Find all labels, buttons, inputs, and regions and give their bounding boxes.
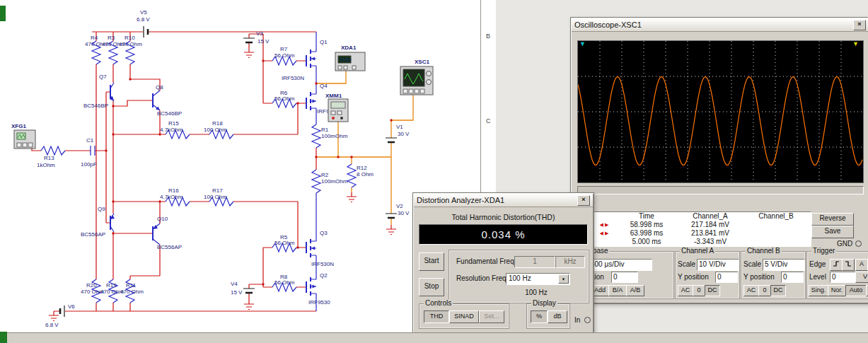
timebase-scale-value[interactable]: 500 μs/Div — [589, 259, 652, 271]
trigger-level-unit[interactable]: V — [855, 272, 868, 283]
label-q3-val: IRF530N — [311, 261, 334, 267]
label-c1-val: 100pF — [81, 161, 97, 168]
channel-b-y-label: Y position — [743, 273, 775, 281]
trigger-nor-button[interactable]: Nor. — [828, 285, 846, 296]
resolution-freq-combobox[interactable]: 100 Hz ▼ — [506, 273, 570, 285]
label-v6-val: 6.8 V — [45, 322, 59, 328]
thd-caption: Total Harmonic Distortion(THD) — [413, 213, 594, 221]
marker-left-icon: ◀ — [600, 231, 605, 236]
oscilloscope-window[interactable]: Oscilloscope-XSC1 × ▼ ▼ Time Channel_A C… — [570, 17, 868, 304]
display-group: Display % dB — [526, 303, 570, 329]
oscilloscope-icon — [400, 66, 433, 95]
distortion-analyzer-window[interactable]: Distortion Analyzer-XDA1 × Total Harmoni… — [412, 192, 594, 334]
channel-b-dc-button[interactable]: DC — [770, 285, 786, 296]
delta-marker — [593, 238, 617, 246]
oscilloscope-title: Oscilloscope-XSC1 — [574, 21, 642, 29]
trigger-auto-button[interactable]: Auto — [845, 285, 867, 296]
sinad-mode-button[interactable]: SINAD — [449, 310, 479, 323]
thd-mode-button[interactable]: THD — [424, 310, 449, 323]
channel-a-group: Channel A Scale 10 V/Div Y position 0 AC… — [675, 251, 740, 299]
channel-b-title: Channel B — [746, 247, 782, 255]
gnd-terminal-icon[interactable] — [855, 240, 862, 247]
trigger-group: Trigger Edge A B Level 0 V Sing. Nor. Au… — [806, 251, 868, 299]
channel-a-dc-button[interactable]: DC — [705, 285, 720, 296]
instrument-icons[interactable]: THD — [14, 52, 433, 149]
label-xda1: XDA1 — [341, 45, 357, 51]
function-generator-icon — [14, 130, 35, 149]
thd-readout: 0.034 % — [419, 224, 588, 245]
label-r20: R20 — [86, 282, 97, 289]
display-group-title: Display — [531, 299, 557, 307]
label-q2: Q2 — [320, 272, 328, 279]
label-v3-val: 15 V — [257, 38, 270, 45]
label-q3: Q3 — [320, 230, 328, 236]
label-r7: R7 — [280, 46, 288, 52]
percent-display-button[interactable]: % — [531, 310, 548, 323]
label-q10-val: BC556AP — [157, 244, 182, 250]
resolution-freq-caption: 100 Hz — [506, 289, 567, 296]
label-r8-val: 56 Ohm — [274, 279, 295, 286]
channel-b-scale-value[interactable]: 5 V/Div — [763, 259, 805, 271]
fundamental-freq-input[interactable]: 1 — [514, 256, 555, 268]
controls-group-title: Controls — [424, 299, 453, 307]
falling-edge-button[interactable] — [842, 259, 855, 271]
chevron-down-icon[interactable]: ▼ — [558, 274, 569, 284]
resolution-freq-value: 100 Hz — [509, 274, 531, 282]
trigger-title: Trigger — [811, 247, 836, 255]
green-corner-bottom — [0, 332, 7, 343]
channel-b-0-button[interactable]: 0 — [758, 285, 771, 296]
set-button[interactable]: Set... — [479, 310, 504, 323]
channel-a-title: Channel A — [680, 247, 715, 255]
frequency-group: Fundamental Freq. 1 kHz Resolution Freq.… — [449, 250, 589, 303]
distortion-analyzer-titlebar[interactable]: Distortion Analyzer-XDA1 × — [414, 194, 593, 207]
channel-b-ac-button[interactable]: AC — [743, 285, 759, 296]
label-r12: R12 — [357, 165, 367, 171]
wires-red[interactable] — [32, 32, 316, 311]
in-terminal-label: In — [574, 316, 580, 324]
ba-button[interactable]: B/A — [608, 285, 627, 296]
label-r19: R19 — [106, 282, 117, 289]
channel-a-y-value[interactable]: 0 — [715, 272, 738, 283]
t1-marker-arrows[interactable]: ◀▶ — [593, 221, 617, 229]
channel-a-ac-button[interactable]: AC — [678, 285, 693, 296]
t1-cursor-icon[interactable]: ▼ — [579, 41, 586, 47]
oscilloscope-titlebar[interactable]: Oscilloscope-XSC1 × — [572, 18, 868, 32]
trigger-sing-button[interactable]: Sing. — [809, 285, 828, 296]
trigger-level-label: Level — [809, 273, 826, 281]
rising-edge-button[interactable] — [830, 259, 843, 271]
channel-a-0-button[interactable]: 0 — [693, 285, 705, 296]
marker-left-icon: ◀ — [600, 222, 605, 227]
label-v2-val: 30 V — [398, 210, 410, 216]
label-r2: R2 — [321, 172, 329, 178]
ab-button[interactable]: A/B — [626, 285, 644, 296]
x-position-value[interactable]: 0 — [611, 272, 638, 283]
readout-header-channel-b: Channel_B — [744, 212, 808, 221]
label-r4: R4 — [91, 35, 98, 41]
label-r17-val: 100 Ohm — [204, 194, 227, 200]
reverse-button[interactable]: Reverse — [811, 213, 854, 226]
label-r13-val: 1kOhm — [37, 162, 55, 168]
horizontal-scrollbar[interactable] — [0, 332, 868, 343]
trigger-a-button[interactable]: A — [855, 259, 868, 271]
in-terminal-icon[interactable] — [584, 317, 591, 323]
close-icon[interactable]: × — [853, 20, 866, 30]
channel-b-group: Channel B Scale 5 V/Div Y position 0 AC … — [741, 251, 806, 299]
t2-marker-arrows[interactable]: ◀▶ — [593, 229, 617, 238]
readout-t2-time: 63.998 ms — [617, 229, 676, 238]
label-r11: R11 — [126, 282, 137, 289]
label-r12-val: 8 Ohm — [357, 171, 374, 178]
start-button[interactable]: Start — [419, 252, 444, 271]
t2-cursor-icon[interactable]: ▼ — [852, 41, 859, 47]
transistors[interactable] — [110, 50, 316, 296]
channel-a-scale-value[interactable]: 10 V/Div — [697, 259, 739, 271]
close-icon[interactable]: × — [577, 195, 590, 206]
save-button[interactable]: Save — [811, 226, 854, 238]
distortion-analyzer-icon: THD — [335, 52, 365, 71]
db-display-button[interactable]: dB — [548, 310, 567, 323]
stop-button[interactable]: Stop — [419, 278, 444, 296]
channel-b-y-value[interactable]: 0 — [781, 272, 804, 283]
resistors[interactable] — [41, 41, 356, 303]
scope-scrollbar[interactable] — [577, 186, 864, 194]
sheet-marker: C — [486, 117, 491, 124]
trigger-level-value[interactable]: 0 — [830, 272, 857, 283]
